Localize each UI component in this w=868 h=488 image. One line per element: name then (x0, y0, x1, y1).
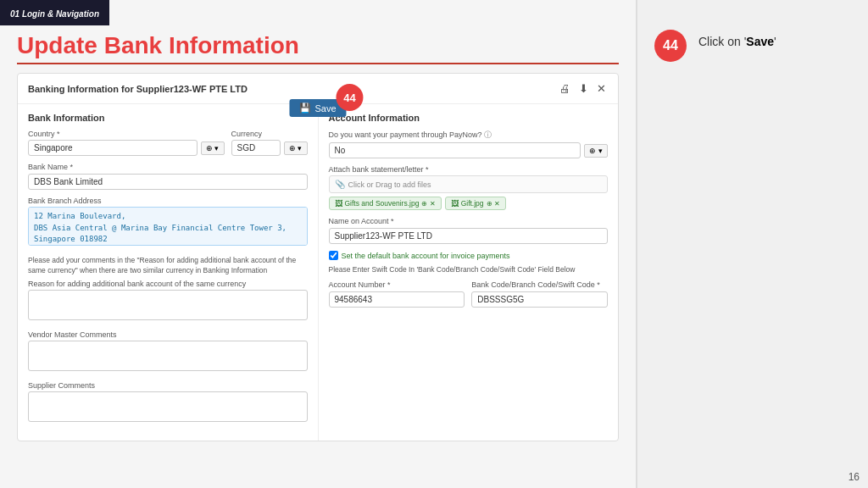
info-text: Please add your comments in the "Reason … (28, 256, 308, 276)
name-on-account-group: Name on Account * (329, 217, 609, 244)
paynow-input[interactable] (329, 142, 581, 158)
branch-address-label: Bank Branch Address (28, 197, 308, 205)
file-chips: 🖼 Gifts and Souvenirs.jpg ⊕ ✕ 🖼 Gift.jpg… (329, 197, 609, 210)
paynow-label: Do you want your payment through PayNow?… (329, 130, 609, 141)
file-chip-1: 🖼 Gifts and Souvenirs.jpg ⊕ ✕ (329, 197, 442, 210)
country-action-btn[interactable]: ⊕ ▾ (201, 141, 225, 155)
account-info-section-title: Account Information (329, 113, 609, 123)
account-number-group: Account Number * (329, 280, 465, 308)
form-right-column: Account Information Do you want your pay… (319, 104, 619, 441)
card-title: Banking Information for Supplier123-WF P… (28, 84, 248, 94)
reason-group: Reason for adding additional bank accoun… (28, 280, 308, 324)
country-group: Country * ⊕ ▾ (28, 130, 225, 156)
attach-icon: 📎 (335, 180, 345, 189)
currency-label: Currency (231, 130, 308, 138)
currency-input-wrapper: ⊕ ▾ (231, 140, 308, 156)
reason-textarea[interactable] (28, 290, 308, 320)
vendor-comments-label: Vendor Master Comments (28, 330, 308, 339)
save-step-badge: 44 (337, 84, 364, 111)
bank-name-label: Bank Name * (28, 163, 308, 171)
print-button[interactable]: 🖨 (558, 80, 572, 97)
account-number-label: Account Number * (329, 280, 465, 289)
attach-placeholder: Click or Drag to add files (348, 180, 431, 189)
attach-dropzone[interactable]: 📎 Click or Drag to add files (329, 175, 609, 193)
attach-label: Attach bank statement/letter * (329, 165, 609, 174)
form-body: Bank Information Country * ⊕ ▾ Currency (18, 104, 618, 441)
bank-code-input[interactable] (471, 291, 608, 308)
file-icon-2: 🖼 (451, 199, 459, 208)
save-btn-wrapper: 💾 Save 44 (289, 99, 346, 117)
paynow-input-wrapper: ⊕ ▾ (329, 142, 609, 158)
bank-name-group: Bank Name * (28, 163, 308, 190)
paynow-help-icon: ⓘ (484, 130, 492, 139)
country-input-wrapper: ⊕ ▾ (28, 140, 225, 156)
file-action-2[interactable]: ⊕ ✕ (487, 200, 500, 208)
bank-code-group: Bank Code/Branch Code/Swift Code * (471, 280, 608, 308)
step-instruction: 44 Click on 'Save' (654, 30, 776, 62)
country-input[interactable] (28, 140, 198, 156)
breadcrumb-label: 01 Login & Navigation (10, 9, 99, 19)
step-text-bold: Save (746, 35, 774, 48)
default-account-row: Set the default bank account for invoice… (329, 251, 609, 260)
page-title: Update Bank Information (0, 25, 636, 63)
page-number: 16 (849, 471, 860, 483)
reason-label: Reason for adding additional bank accoun… (28, 280, 308, 288)
supplier-comments-label: Supplier Comments (28, 381, 308, 390)
default-account-checkbox[interactable] (329, 251, 338, 260)
country-currency-row: Country * ⊕ ▾ Currency ⊕ ▾ (28, 130, 308, 163)
breadcrumb: 01 Login & Navigation (0, 0, 109, 25)
file-action-1[interactable]: ⊕ ✕ (421, 200, 435, 208)
currency-group: Currency ⊕ ▾ (231, 130, 308, 156)
step-text: Click on 'Save' (698, 35, 776, 48)
vendor-comments-textarea[interactable] (28, 341, 308, 371)
card-actions: 🖨 ⬇ ✕ (558, 80, 608, 97)
file-name-1: Gifts and Souvenirs.jpg (345, 199, 420, 208)
file-name-2: Gift.jpg (461, 199, 484, 208)
banking-info-card: Banking Information for Supplier123-WF P… (17, 73, 619, 441)
branch-address-group: Bank Branch Address 12 Marina Boulevard,… (28, 197, 308, 249)
account-bank-row: Account Number * Bank Code/Branch Code/S… (329, 280, 609, 314)
paynow-group: Do you want your payment through PayNow?… (329, 130, 609, 158)
bank-info-section-title: Bank Information (28, 113, 308, 123)
form-left-column: Bank Information Country * ⊕ ▾ Currency (18, 104, 319, 441)
swift-note: Please Enter Swift Code In 'Bank Code/Br… (329, 265, 609, 275)
file-icon-1: 🖼 (335, 199, 342, 208)
title-underline (17, 63, 619, 64)
file-chip-2: 🖼 Gift.jpg ⊕ ✕ (445, 197, 506, 210)
account-number-input[interactable] (329, 291, 465, 308)
currency-action-btn[interactable]: ⊕ ▾ (284, 141, 308, 155)
save-icon: 💾 (299, 103, 311, 114)
vendor-comments-group: Vendor Master Comments (28, 330, 308, 374)
bank-name-input[interactable] (28, 174, 308, 190)
right-step-badge: 44 (654, 30, 687, 62)
content-area: Banking Information for Supplier123-WF P… (0, 73, 636, 488)
name-on-account-input[interactable] (329, 228, 609, 244)
close-button[interactable]: ✕ (595, 80, 608, 97)
country-label: Country * (28, 130, 225, 138)
paynow-action-btn[interactable]: ⊕ ▾ (584, 144, 608, 158)
supplier-comments-group: Supplier Comments (28, 381, 308, 425)
default-account-label: Set the default bank account for invoice… (342, 252, 510, 260)
download-button[interactable]: ⬇ (577, 80, 590, 97)
branch-address-input[interactable]: 12 Marina Boulevard, DBS Asia Central @ … (28, 207, 308, 246)
right-panel: 44 Click on 'Save' 16 (636, 0, 868, 488)
attach-group: Attach bank statement/letter * 📎 Click o… (329, 165, 609, 210)
supplier-comments-textarea[interactable] (28, 391, 308, 422)
currency-input[interactable] (231, 140, 281, 156)
name-on-account-label: Name on Account * (329, 217, 609, 225)
bank-code-label: Bank Code/Branch Code/Swift Code * (471, 280, 608, 289)
